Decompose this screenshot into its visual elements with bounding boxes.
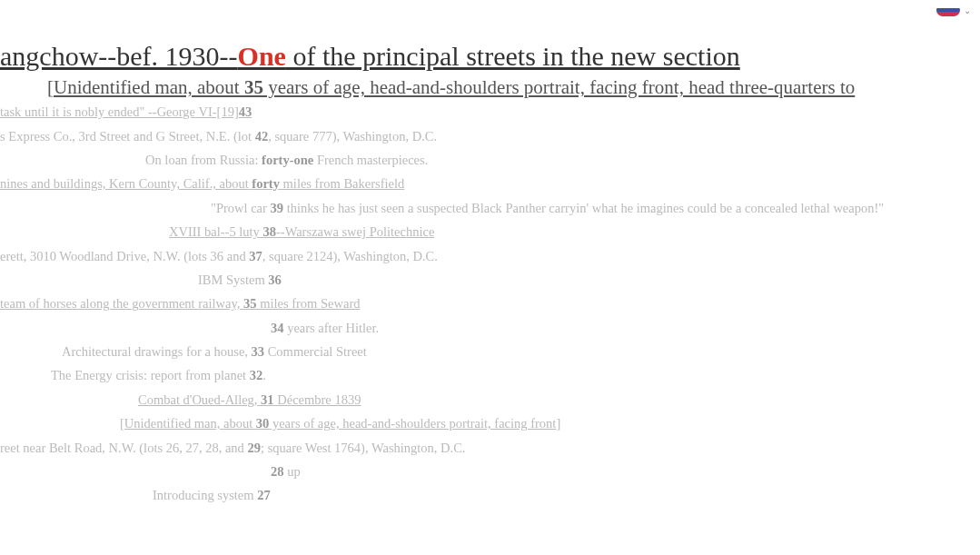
result-row[interactable]: On loan from Russia: forty-one French ma… bbox=[0, 153, 980, 168]
r15a: reet near Belt Road, N.W. (lots 26, 27, … bbox=[0, 441, 248, 455]
result-title[interactable]: angchow--bef. 1930--One of the principal… bbox=[0, 40, 980, 73]
result-row[interactable]: task until it is nobly ended" --George V… bbox=[0, 104, 980, 120]
r4b: miles from Bakersfield bbox=[280, 176, 404, 191]
language-selector[interactable]: ⌄ bbox=[936, 4, 971, 16]
r14n: 30 bbox=[256, 416, 270, 431]
r13n: 31 bbox=[261, 392, 274, 407]
r12n: 32 bbox=[250, 368, 263, 382]
r7a: erett, 3010 Woodland Drive, N.W. (lots 3… bbox=[0, 249, 249, 263]
r7b: , square 2124), Washington, D.C. bbox=[262, 249, 438, 263]
r1a: task until it is nobly ended" --George V… bbox=[0, 104, 239, 119]
r6b: --Warszawa swej Politechnice bbox=[276, 224, 434, 239]
r14u: Unidentified man, about 30 years of age,… bbox=[124, 416, 557, 431]
r2n: 42 bbox=[255, 129, 269, 144]
r2a: s Express Co., 3rd Street and G Street, … bbox=[0, 129, 255, 144]
chevron-down-icon: ⌄ bbox=[964, 5, 971, 15]
r14b: years of age, head-and-shoulders portrai… bbox=[269, 416, 556, 431]
r4a: nines and buildings, Kern County, Calif.… bbox=[0, 176, 252, 191]
r11n: 33 bbox=[252, 344, 265, 359]
flag-icon bbox=[936, 4, 960, 16]
result-row[interactable]: XVIII bal--5 luty 38--Warszawa swej Poli… bbox=[0, 224, 980, 240]
bracket: [ bbox=[47, 76, 54, 98]
r12b: . bbox=[262, 368, 266, 382]
result-row[interactable]: Combat d'Oued-Alleg, 31 Décembre 1839 bbox=[0, 392, 980, 408]
result-row[interactable]: Architectural drawings for a house, 33 C… bbox=[0, 344, 980, 360]
r3n: forty-one bbox=[262, 153, 313, 167]
r14a: Unidentified man, about bbox=[124, 416, 256, 431]
bracket: ] bbox=[556, 416, 560, 431]
r8n: 36 bbox=[268, 273, 282, 287]
result-row[interactable]: nines and buildings, Kern County, Calif.… bbox=[0, 176, 980, 192]
r5b: thinks he has just seen a suspected Blac… bbox=[283, 201, 884, 215]
r17n: 27 bbox=[257, 488, 271, 502]
r16b: up bbox=[284, 464, 301, 479]
result-row[interactable]: The Energy crisis: report from planet 32… bbox=[0, 368, 980, 383]
r1n: 43 bbox=[239, 104, 252, 119]
sub1-text: Unidentified man, about 35 years of age,… bbox=[54, 76, 855, 98]
result-row[interactable]: [Unidentified man, about 30 years of age… bbox=[0, 416, 980, 431]
r3b: French masterpieces. bbox=[313, 153, 428, 167]
title-highlight: One bbox=[238, 41, 286, 71]
result-row[interactable]: "Prowl car 39 thinks he has just seen a … bbox=[0, 201, 980, 216]
r13a: Combat d'Oued-Alleg, bbox=[138, 392, 261, 407]
result-row[interactable]: Introducing system 27 bbox=[0, 488, 980, 503]
r13b: Décembre 1839 bbox=[274, 392, 361, 407]
r5n: 39 bbox=[271, 201, 284, 215]
results-list: angchow--bef. 1930--One of the principal… bbox=[0, 0, 980, 504]
r16n: 28 bbox=[271, 464, 284, 479]
title-pre: angchow--bef. 1930-- bbox=[0, 41, 238, 71]
result-row[interactable]: 34 years after Hitler. bbox=[0, 321, 980, 336]
result-row[interactable]: IBM System 36 bbox=[0, 273, 980, 288]
r3a: On loan from Russia: bbox=[145, 153, 262, 167]
r9u: team of horses along the government rail… bbox=[0, 296, 361, 311]
sub1-a: Unidentified man, about bbox=[54, 76, 244, 98]
title-post: of the principal streets in the new sect… bbox=[286, 41, 740, 71]
r6u: XVIII bal--5 luty 38--Warszawa swej Poli… bbox=[169, 224, 434, 239]
r10b: years after Hitler. bbox=[284, 321, 380, 335]
r6a: XVIII bal--5 luty bbox=[169, 224, 262, 239]
r10n: 34 bbox=[271, 321, 284, 335]
r4u: nines and buildings, Kern County, Calif.… bbox=[0, 176, 404, 191]
r15b: ; square West 1764), Washington, D.C. bbox=[261, 441, 466, 455]
r12a: The Energy crisis: report from planet bbox=[51, 368, 250, 382]
r9n: 35 bbox=[243, 296, 257, 311]
r11a: Architectural drawings for a house, bbox=[62, 344, 252, 359]
r13u: Combat d'Oued-Alleg, 31 Décembre 1839 bbox=[138, 392, 361, 407]
r17a: Introducing system bbox=[153, 488, 257, 502]
r2b: , square 777), Washington, D.C. bbox=[268, 129, 437, 144]
r5a: "Prowl car bbox=[211, 201, 271, 215]
result-subline-1[interactable]: [Unidentified man, about 35 years of age… bbox=[0, 76, 980, 99]
r11b: Commercial Street bbox=[264, 344, 367, 359]
r4n: forty bbox=[252, 176, 280, 191]
result-row[interactable]: 28 up bbox=[0, 464, 980, 480]
result-row[interactable]: reet near Belt Road, N.W. (lots 26, 27, … bbox=[0, 441, 980, 456]
result-row[interactable]: s Express Co., 3rd Street and G Street, … bbox=[0, 129, 980, 144]
sub1-num: 35 bbox=[244, 76, 263, 98]
r15n: 29 bbox=[248, 441, 262, 455]
result-row[interactable]: erett, 3010 Woodland Drive, N.W. (lots 3… bbox=[0, 249, 980, 264]
result-row[interactable]: team of horses along the government rail… bbox=[0, 296, 980, 312]
r9a: team of horses along the government rail… bbox=[0, 296, 243, 311]
row-text: task until it is nobly ended" --George V… bbox=[0, 104, 252, 119]
r7n: 37 bbox=[249, 249, 262, 263]
sub1-b: years of age, head-and-shoulders portrai… bbox=[263, 76, 855, 98]
r6n: 38 bbox=[262, 224, 276, 239]
r8a: IBM System bbox=[198, 273, 268, 287]
r9b: miles from Seward bbox=[257, 296, 361, 311]
